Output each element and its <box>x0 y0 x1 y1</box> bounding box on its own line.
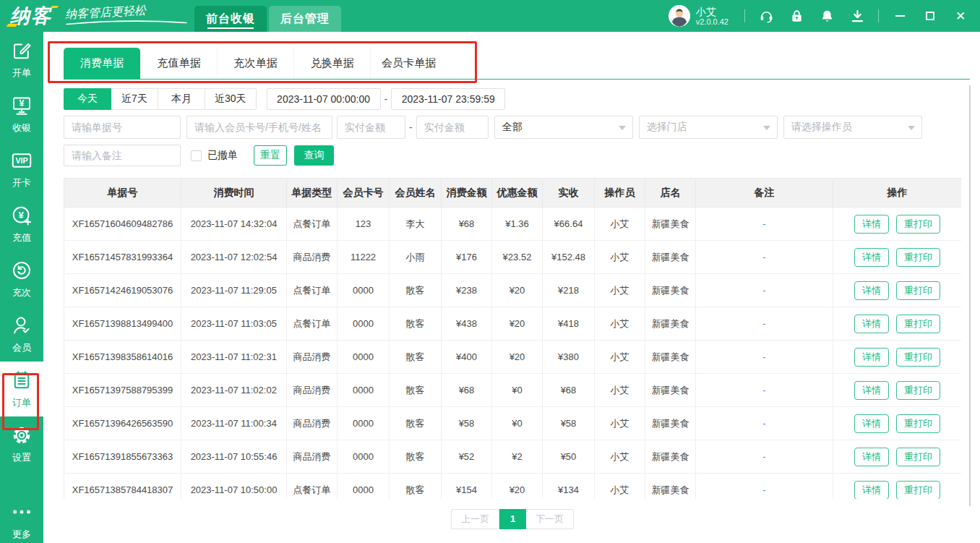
sidebar-item-label: 设置 <box>12 451 31 464</box>
tab-消费单据[interactable]: 消费单据 <box>64 48 140 79</box>
cell-会员卡号: 0000 <box>338 307 390 341</box>
user-name: 小艾 <box>696 6 728 17</box>
current-page-button[interactable]: 1 <box>499 509 526 529</box>
cell-操作: 详情重打印 <box>833 374 962 407</box>
avatar <box>669 5 690 27</box>
operator-select[interactable]: 请选择操作员 <box>783 116 922 139</box>
cell-消费时间: 2023-11-07 11:02:31 <box>181 341 287 374</box>
next-page-button[interactable]: 下一页 <box>525 509 574 529</box>
date-preset-本月[interactable]: 本月 <box>158 88 205 110</box>
date-range-separator: - <box>384 93 388 105</box>
store-select[interactable]: 选择门店 <box>639 116 778 139</box>
reprint-button[interactable]: 重打印 <box>896 215 940 234</box>
detail-button[interactable]: 详情 <box>854 248 889 267</box>
cell-实收: ¥58 <box>543 407 595 440</box>
detail-button[interactable]: 详情 <box>854 381 889 400</box>
user-text: 小艾 v2.0.0.42 <box>696 6 728 27</box>
tab-会员卡单据[interactable]: 会员卡单据 <box>370 48 447 79</box>
sidebar-item-充值[interactable]: ¥充值 <box>0 197 43 252</box>
detail-button[interactable]: 详情 <box>854 414 889 433</box>
sidebar-item-开单[interactable]: 开单 <box>0 32 43 87</box>
sidebar-item-更多[interactable]: 更多 <box>0 498 43 543</box>
amount-min-input[interactable] <box>337 116 405 139</box>
reprint-button[interactable]: 重打印 <box>896 481 940 500</box>
cell-备注: - <box>696 474 833 500</box>
member-input[interactable] <box>186 116 332 139</box>
detail-button[interactable]: 详情 <box>854 215 889 234</box>
user-info[interactable]: 小艾 v2.0.0.42 <box>669 5 728 27</box>
reprint-button[interactable]: 重打印 <box>896 448 940 466</box>
cell-备注: - <box>696 341 833 374</box>
sidebar-item-订单[interactable]: 订单 <box>0 362 43 416</box>
cell-实收: ¥134 <box>543 474 595 500</box>
cell-优惠金额: ¥1.36 <box>492 208 543 241</box>
invoice-icon <box>11 40 33 64</box>
cell-优惠金额: ¥20 <box>492 307 543 341</box>
lock-icon[interactable] <box>781 9 812 24</box>
bell-icon[interactable] <box>812 9 842 24</box>
date-from-input[interactable] <box>267 88 381 110</box>
detail-button[interactable]: 详情 <box>854 348 889 367</box>
reset-button[interactable]: 重置 <box>254 145 287 166</box>
cell-消费金额: ¥438 <box>442 307 492 341</box>
detail-button[interactable]: 详情 <box>854 481 889 500</box>
prev-page-button[interactable]: 上一页 <box>451 509 499 529</box>
table-row: XF165713857844183072023-11-07 10:50:00点餐… <box>64 474 962 500</box>
vertical-scrollbar[interactable] <box>969 85 971 506</box>
cell-操作: 详情重打印 <box>833 407 962 440</box>
maximize-button[interactable] <box>915 0 945 32</box>
cell-单据号: XF16571604609482786 <box>64 208 181 241</box>
top-tab-cashier[interactable]: 前台收银 <box>194 6 267 32</box>
date-preset-近30天[interactable]: 近30天 <box>205 88 257 110</box>
tab-充次单据[interactable]: 充次单据 <box>217 48 293 79</box>
sidebar-item-会员[interactable]: 会员 <box>0 307 43 362</box>
cell-店名: 新疆美食 <box>645 241 696 274</box>
detail-button[interactable]: 详情 <box>854 315 889 333</box>
cell-实收: ¥68 <box>543 374 595 407</box>
pay-type-select[interactable]: 全部 <box>494 116 633 139</box>
remark-input[interactable] <box>64 145 181 166</box>
pay-type-value: 全部 <box>502 121 523 134</box>
minimize-button[interactable] <box>885 0 915 32</box>
reprint-button[interactable]: 重打印 <box>896 381 940 400</box>
topbar-right: 小艾 v2.0.0.42 ✕ <box>669 0 980 32</box>
sidebar-item-收银[interactable]: ¥收银 <box>0 87 43 142</box>
date-to-input[interactable] <box>391 88 505 110</box>
date-preset-今天[interactable]: 今天 <box>64 88 111 110</box>
download-icon[interactable] <box>842 9 872 24</box>
detail-button[interactable]: 详情 <box>854 448 889 466</box>
sidebar-item-开卡[interactable]: VIP开卡 <box>0 142 43 197</box>
cell-单据类型: 点餐订单 <box>287 307 338 341</box>
close-button[interactable]: ✕ <box>945 0 976 32</box>
sidebar-item-label: 订单 <box>12 396 31 409</box>
top-nav: 前台收银后台管理 <box>194 6 343 32</box>
more-icon <box>11 501 33 526</box>
order-no-input[interactable] <box>64 116 181 139</box>
cell-消费时间: 2023-11-07 12:02:54 <box>181 241 287 274</box>
reprint-button[interactable]: 重打印 <box>896 248 940 267</box>
tab-充值单据[interactable]: 充值单据 <box>140 48 217 79</box>
cell-单据类型: 商品消费 <box>287 241 338 274</box>
top-tab-backoffice[interactable]: 后台管理 <box>269 6 341 32</box>
cell-操作: 详情重打印 <box>833 241 962 274</box>
sidebar-item-充次[interactable]: 充次 <box>0 252 43 307</box>
table-row: XF165713964265635902023-11-07 11:00:34商品… <box>64 407 962 440</box>
cancelled-checkbox[interactable] <box>191 150 202 161</box>
reprint-button[interactable]: 重打印 <box>896 315 940 333</box>
reprint-button[interactable]: 重打印 <box>896 348 940 367</box>
reprint-button[interactable]: 重打印 <box>896 414 940 433</box>
date-preset-近7天[interactable]: 近7天 <box>111 88 158 110</box>
search-button[interactable]: 查询 <box>294 145 334 166</box>
amount-max-input[interactable] <box>416 116 489 139</box>
cell-店名: 新疆美食 <box>645 374 696 407</box>
tab-兑换单据[interactable]: 兑换单据 <box>293 48 370 79</box>
order-icon <box>11 369 33 394</box>
detail-button[interactable]: 详情 <box>854 281 889 300</box>
cell-优惠金额: ¥2 <box>492 440 543 474</box>
topbar-icon-group <box>751 9 872 24</box>
customer-service-icon[interactable] <box>751 9 781 24</box>
reprint-button[interactable]: 重打印 <box>896 281 940 300</box>
sidebar-item-设置[interactable]: 设置 <box>0 416 43 471</box>
topbar: 纳客 纳客管店更轻松 前台收银后台管理 小艾 v2.0.0.42 ✕ <box>0 0 980 32</box>
table-row: XF165713975887953992023-11-07 11:02:02商品… <box>64 374 962 407</box>
